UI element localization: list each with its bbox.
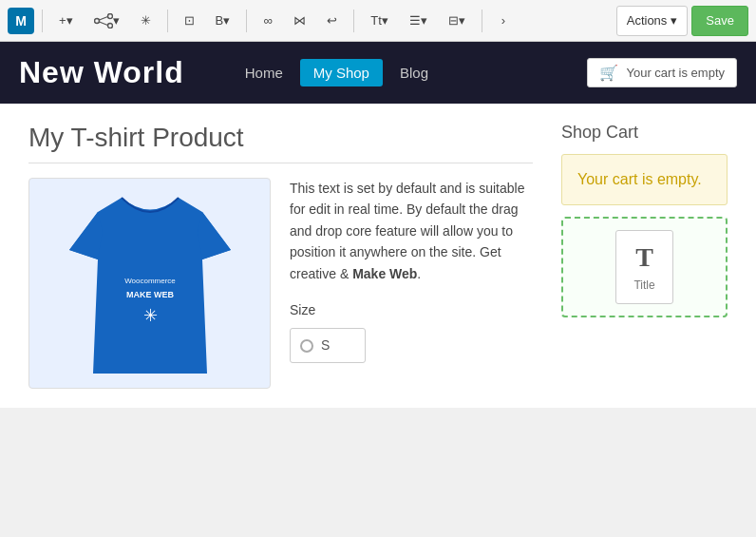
desc-text: This text is set by default and is suita… <box>290 178 533 284</box>
asterisk-button[interactable]: ✳ <box>132 6 160 36</box>
size-s-label: S <box>321 335 330 355</box>
svg-point-0 <box>94 18 99 23</box>
toolbar: M +▾ ▾ ✳ ⊡ B▾ ∞ ⋈ ↩ Tt▾ ☰▾ ⊟▾ › Actions … <box>0 0 756 42</box>
divider-2 <box>167 10 168 32</box>
title-widget-inner: T Title <box>615 230 672 304</box>
cart-empty-box: Your cart is empty. <box>561 154 728 205</box>
title-widget-label: Title <box>633 278 654 292</box>
undo-button[interactable]: ↩ <box>318 6 346 36</box>
svg-line-4 <box>99 22 107 26</box>
product-image: Woocommerce MAKE WEB ✳ <box>28 178 271 389</box>
nav-links: Home My Shop Blog <box>232 59 442 86</box>
nav-myshop[interactable]: My Shop <box>300 59 383 86</box>
text-size-button[interactable]: Tt▾ <box>362 6 397 36</box>
desc-bold: Make Web <box>352 266 417 281</box>
divider-3 <box>246 10 247 32</box>
workflow-button[interactable]: ▾ <box>85 6 128 36</box>
divider-4 <box>353 10 354 32</box>
unlink-button[interactable]: ⋈ <box>285 6 314 36</box>
cart-icon: 🛒 <box>599 64 618 82</box>
radio-s[interactable] <box>300 339 313 353</box>
logo-icon[interactable]: M <box>8 8 34 34</box>
site-title: New World <box>19 55 184 90</box>
nav-blog[interactable]: Blog <box>387 59 442 86</box>
size-option-s[interactable]: S <box>290 328 366 362</box>
cart-empty-label: Your cart is empty <box>626 66 725 80</box>
add-button[interactable]: +▾ <box>50 6 82 36</box>
tshirt-svg: Woocommerce MAKE WEB ✳ <box>41 183 259 383</box>
svg-point-2 <box>107 23 112 28</box>
title-widget-box[interactable]: T Title <box>561 217 728 317</box>
page-title: My T-shirt Product <box>28 123 533 163</box>
svg-line-3 <box>99 16 107 20</box>
product-description: This text is set by default and is suita… <box>290 178 533 389</box>
bold-button[interactable]: B▾ <box>207 6 239 36</box>
size-label: Size <box>290 299 533 320</box>
svg-text:✳: ✳ <box>142 306 157 325</box>
save-button[interactable]: Save <box>691 6 748 36</box>
actions-button[interactable]: Actions ▾ <box>616 6 689 36</box>
chevron-down-icon: ▾ <box>671 13 677 28</box>
more-button[interactable]: › <box>490 6 517 36</box>
align-button[interactable]: ⊟▾ <box>440 6 474 36</box>
divider-1 <box>42 10 43 32</box>
list-button[interactable]: ☰▾ <box>401 6 436 36</box>
tshirt-container: Woocommerce MAKE WEB ✳ <box>31 179 269 388</box>
svg-text:Woocommerce: Woocommerce <box>124 277 176 285</box>
left-panel: My T-shirt Product Woocommerce MA <box>28 123 533 389</box>
nav-home[interactable]: Home <box>232 59 296 86</box>
workflow-icon <box>94 13 113 29</box>
divider-5 <box>482 10 482 32</box>
size-section: Size S <box>290 299 533 363</box>
svg-point-1 <box>107 13 112 18</box>
shop-cart-title: Shop Cart <box>561 123 728 143</box>
image-button[interactable]: ⊡ <box>176 6 203 36</box>
link-button[interactable]: ∞ <box>255 6 281 36</box>
main-content: My T-shirt Product Woocommerce MA <box>0 104 756 408</box>
right-panel: Shop Cart Your cart is empty. T Title <box>561 123 728 389</box>
navbar: New World Home My Shop Blog 🛒 Your cart … <box>0 42 756 104</box>
svg-text:MAKE WEB: MAKE WEB <box>126 290 174 299</box>
cart-widget[interactable]: 🛒 Your cart is empty <box>587 58 737 87</box>
title-widget-icon: T <box>635 242 653 273</box>
product-area: Woocommerce MAKE WEB ✳ This text is set … <box>28 178 533 389</box>
cart-empty-text: Your cart is empty. <box>577 171 702 187</box>
